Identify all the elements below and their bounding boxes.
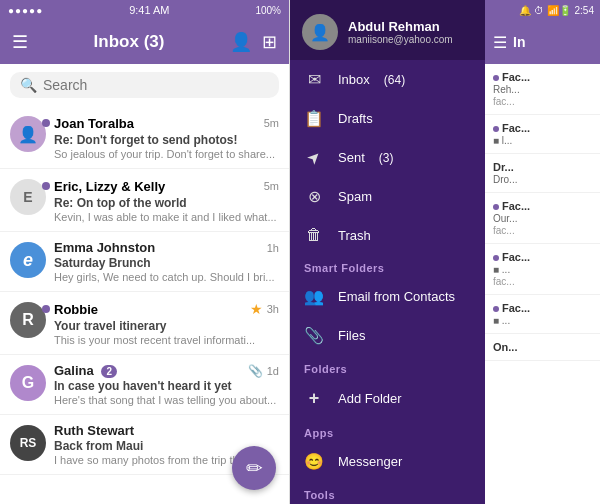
right-email-item-7[interactable]: On...	[485, 334, 600, 361]
email-item-3[interactable]: e Emma Johnston 1h Saturday Brunch Hey g…	[0, 232, 289, 292]
preview-3: Hey girls, We need to catch up. Should I…	[54, 271, 279, 283]
email-content-5: Galina 2 📎 1d In case you haven't heard …	[54, 363, 279, 406]
profile-name: Abdul Rehman	[348, 19, 453, 34]
drawer-label-messenger: Messenger	[338, 454, 402, 469]
attach-icon-5: 📎	[248, 364, 263, 378]
unread-dot-2	[42, 182, 50, 190]
add-folder-icon: +	[304, 388, 324, 409]
contacts-icon: 👥	[304, 287, 324, 306]
preview-1: So jealous of your trip. Don't forget to…	[54, 148, 279, 160]
email-item-4[interactable]: R Robbie ★ 3h Your travel itinerary	[0, 292, 289, 355]
right-sender-5: Fac...	[493, 251, 592, 263]
right-email-item-3[interactable]: Dr... Dro...	[485, 154, 600, 193]
drawer-item-add-folder[interactable]: + Add Folder	[290, 378, 485, 419]
header-icons: 👤 ⊞	[230, 31, 277, 53]
drawer-label-files: Files	[338, 328, 365, 343]
time-status: 9:41 AM	[129, 4, 169, 16]
right-email-list: Fac... Reh... fac... Fac... ■ l... Dr...…	[485, 64, 600, 504]
folders-label: Folders	[290, 355, 485, 378]
right-email-item-6[interactable]: Fac... ■ ...	[485, 295, 600, 334]
right-subject-5: ■ ...	[493, 264, 592, 275]
email-item-5[interactable]: G Galina 2 📎 1d In case you haven't hear…	[0, 355, 289, 415]
subject-1: Re: Don't forget to send photos!	[54, 133, 279, 147]
email-content-1: Joan Toralba 5m Re: Don't forget to send…	[54, 114, 279, 160]
drawer-item-spam[interactable]: ⊗ Spam	[290, 177, 485, 216]
right-sender-3: Dr...	[493, 161, 592, 173]
search-input[interactable]	[43, 77, 269, 93]
menu-icon[interactable]: ☰	[12, 31, 28, 53]
right-inbox-title: In	[513, 34, 525, 50]
person-icon[interactable]: 👤	[230, 31, 252, 53]
drawer-item-files[interactable]: 📎 Files	[290, 316, 485, 355]
left-panel: ●●●●● 9:41 AM 100% ☰ Inbox (3) 👤 ⊞ 🔍 �	[0, 0, 290, 504]
right-header: ☰ In	[485, 20, 600, 64]
battery-status: 100%	[255, 5, 281, 16]
subject-4: Your travel itinerary	[54, 319, 279, 333]
time-1: 5m	[264, 117, 279, 129]
grid-icon[interactable]: ⊞	[262, 31, 277, 53]
subject-5: In case you haven't heard it yet	[54, 379, 279, 393]
preview-4: This is your most recent travel informat…	[54, 334, 279, 346]
profile-info: Abdul Rehman maniisone@yahoo.com	[348, 19, 453, 45]
drawer-profile[interactable]: 👤 Abdul Rehman maniisone@yahoo.com	[290, 4, 485, 60]
preview-5: Here's that song that I was telling you …	[54, 394, 279, 406]
email-content-3: Emma Johnston 1h Saturday Brunch Hey gir…	[54, 240, 279, 283]
drawer-item-messenger[interactable]: 😊 Messenger	[290, 442, 485, 481]
right-email-item-5[interactable]: Fac... ■ ... fac...	[485, 244, 600, 295]
right-panel: 🔔 ⏱ 📶🔋 2:54 ☰ In Fac... Reh... fac... Fa…	[485, 0, 600, 504]
badge-5: 2	[101, 365, 117, 378]
email-item-1[interactable]: 👤 Joan Toralba 5m Re: Don't forget to se…	[0, 106, 289, 169]
right-dot-5	[493, 255, 499, 261]
right-status-icons: 🔔 ⏱ 📶🔋	[519, 5, 571, 16]
drawer-item-inbox[interactable]: ✉ Inbox (64)	[290, 60, 485, 99]
right-menu-icon[interactable]: ☰	[493, 33, 507, 52]
drawer-item-drafts[interactable]: 📋 Drafts	[290, 99, 485, 138]
compose-fab[interactable]: ✏	[232, 446, 276, 490]
right-email-item-1[interactable]: Fac... Reh... fac...	[485, 64, 600, 115]
drawer-label-trash: Trash	[338, 228, 371, 243]
right-preview-5: fac...	[493, 276, 592, 287]
preview-2: Kevin, I was able to make it and I liked…	[54, 211, 279, 223]
right-status-bar: 🔔 ⏱ 📶🔋 2:54	[485, 0, 600, 20]
right-email-item-2[interactable]: Fac... ■ l...	[485, 115, 600, 154]
files-icon: 📎	[304, 326, 324, 345]
search-bar: 🔍	[10, 72, 279, 98]
right-sender-2: Fac...	[493, 122, 592, 134]
right-sender-4: Fac...	[493, 200, 592, 212]
drawer-item-sent[interactable]: ➤ Sent (3)	[290, 138, 485, 177]
drawer-count-inbox: (64)	[384, 73, 405, 87]
inbox-icon: ✉	[304, 70, 324, 89]
profile-avatar-icon: 👤	[310, 23, 330, 42]
sender-name-1: Joan Toralba	[54, 116, 134, 131]
avatar-3: e	[10, 242, 46, 278]
subject-3: Saturday Brunch	[54, 256, 279, 270]
right-email-item-4[interactable]: Fac... Our... fac...	[485, 193, 600, 244]
avatar-1: 👤	[10, 116, 46, 152]
drawer-label-inbox: Inbox	[338, 72, 370, 87]
drafts-icon: 📋	[304, 109, 324, 128]
unread-dot-1	[42, 119, 50, 127]
email-item-2[interactable]: E Eric, Lizzy & Kelly 5m Re: On top of t…	[0, 169, 289, 232]
sender-name-4: Robbie	[54, 302, 98, 317]
time-2: 5m	[264, 180, 279, 192]
star-icon-4: ★	[250, 301, 263, 317]
left-panel-wrapper: ●●●●● 9:41 AM 100% ☰ Inbox (3) 👤 ⊞ 🔍 �	[0, 0, 290, 504]
drawer-label-spam: Spam	[338, 189, 372, 204]
right-sender-6: Fac...	[493, 302, 592, 314]
profile-avatar: 👤	[302, 14, 338, 50]
sent-icon: ➤	[300, 144, 328, 172]
drawer-item-email-contacts[interactable]: 👥 Email from Contacts	[290, 277, 485, 316]
inbox-title: Inbox (3)	[94, 32, 165, 52]
right-subject-6: ■ ...	[493, 315, 592, 326]
drawer-count-sent: (3)	[379, 151, 394, 165]
messenger-icon: 😊	[304, 452, 324, 471]
drawer-panel: 👤 Abdul Rehman maniisone@yahoo.com ✉ Inb…	[290, 0, 485, 504]
right-dot-6	[493, 306, 499, 312]
avatar-4: R	[10, 302, 46, 338]
right-sender-1: Fac...	[493, 71, 592, 83]
drawer-label-drafts: Drafts	[338, 111, 373, 126]
tools-label: Tools	[290, 481, 485, 504]
subject-2: Re: On top of the world	[54, 196, 279, 210]
right-time: 2:54	[575, 5, 594, 16]
drawer-item-trash[interactable]: 🗑 Trash	[290, 216, 485, 254]
